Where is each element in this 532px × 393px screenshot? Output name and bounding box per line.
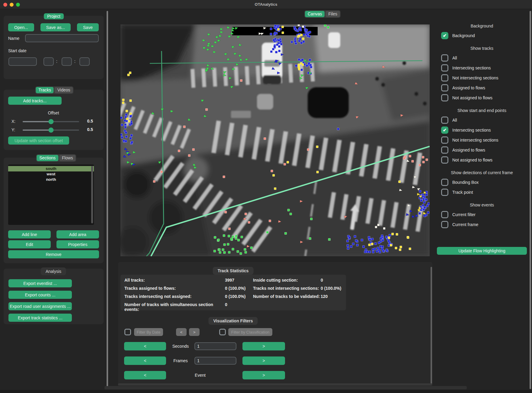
panel-section-title: Show events xyxy=(437,203,527,208)
horizontal-scrollbar-track[interactable] xyxy=(104,386,467,389)
hour-input[interactable] xyxy=(43,57,54,66)
center-scrollbar[interactable] xyxy=(431,267,432,385)
video-canvas[interactable] xyxy=(120,24,430,256)
date-input[interactable] xyxy=(8,57,37,66)
track-point-marker xyxy=(369,238,371,241)
remove-button[interactable]: Remove xyxy=(8,250,99,258)
stat-value: 0 xyxy=(225,302,253,310)
event-prev-button[interactable]: < xyxy=(124,371,166,379)
section-list-item[interactable]: south xyxy=(8,166,94,171)
minute-input[interactable] xyxy=(62,57,72,66)
checkbox-unchecked[interactable] xyxy=(441,64,448,72)
tab-files[interactable]: Files xyxy=(325,11,340,17)
date-prev-button[interactable]: < xyxy=(176,328,187,336)
sections-list-scrollbar[interactable] xyxy=(91,166,93,223)
checkbox-checked[interactable]: ✔ xyxy=(441,126,448,134)
checkbox-checked[interactable]: ✔ xyxy=(441,32,448,39)
properties-button[interactable]: Properties xyxy=(56,240,99,248)
offset-y-value: 0.5 xyxy=(83,127,93,132)
slider-knob[interactable] xyxy=(48,119,53,124)
edit-button[interactable]: Edit xyxy=(8,240,51,248)
name-input[interactable] xyxy=(25,34,99,42)
offset-x-slider[interactable] xyxy=(23,121,79,122)
add-tracks-button[interactable]: Add tracks... xyxy=(8,97,62,105)
tab-tracks[interactable]: Tracks xyxy=(36,87,53,93)
update-section-offset-button[interactable]: Update with section offset xyxy=(8,136,69,145)
track-point-marker xyxy=(301,59,303,61)
seconds-input[interactable] xyxy=(194,342,236,350)
open-button[interactable]: Open... xyxy=(8,23,34,31)
window-bottom-edge xyxy=(0,390,532,393)
frames-prev-button[interactable]: < xyxy=(124,356,166,365)
section-list-item[interactable]: west xyxy=(8,171,94,177)
offset-y-slider[interactable] xyxy=(23,129,79,131)
checkbox-unchecked[interactable] xyxy=(441,74,448,81)
panel-section-title: Background xyxy=(437,24,527,29)
checkbox-unchecked[interactable] xyxy=(441,54,448,62)
track-point-marker xyxy=(225,211,227,213)
add-area-button[interactable]: Add area xyxy=(56,230,99,238)
track-point-marker xyxy=(223,244,226,246)
track-point-marker xyxy=(295,42,297,44)
track-point-marker xyxy=(125,132,127,134)
track-point-marker xyxy=(377,247,379,249)
close-button[interactable] xyxy=(3,3,7,7)
checkbox-unchecked[interactable] xyxy=(441,117,448,124)
tab-flows[interactable]: Flows xyxy=(59,155,76,161)
export-button[interactable]: Export road user assignments ... xyxy=(8,302,72,310)
export-button[interactable]: Export track statistics ... xyxy=(8,314,72,322)
update-flow-highlighting-button[interactable]: Update Flow Highlighting xyxy=(437,247,527,255)
checkbox-unchecked[interactable] xyxy=(441,146,448,154)
section-list-item[interactable]: north xyxy=(8,177,94,182)
checkbox-unchecked[interactable] xyxy=(441,221,448,228)
export-button[interactable]: Export eventlist ... xyxy=(8,279,72,287)
filter-by-classification-checkbox[interactable] xyxy=(219,329,226,335)
seconds-prev-button[interactable]: < xyxy=(124,342,166,350)
sections-list[interactable]: southwestnorth xyxy=(8,165,94,225)
tab-sections[interactable]: Sections xyxy=(37,155,58,161)
checkbox-unchecked[interactable] xyxy=(441,211,448,218)
frames-next-button[interactable]: > xyxy=(242,356,285,365)
track-point-marker xyxy=(371,238,373,240)
checkbox-unchecked[interactable] xyxy=(441,84,448,91)
export-button[interactable]: Export counts ... xyxy=(8,291,72,299)
minimize-button[interactable] xyxy=(10,3,14,7)
slider-knob[interactable] xyxy=(48,128,53,133)
offset-x-label: X: xyxy=(11,119,15,124)
save-as-button[interactable]: Save as... xyxy=(40,23,71,31)
horizontal-scrollbar-thumb[interactable] xyxy=(118,383,432,385)
track-point-marker xyxy=(271,170,273,172)
checkbox-row: Not intersecting sections xyxy=(441,136,527,144)
traffic-lights xyxy=(3,3,20,7)
track-point-marker xyxy=(316,171,319,173)
frames-input[interactable] xyxy=(194,357,236,365)
left-scrollbar[interactable] xyxy=(107,11,108,389)
event-next-button[interactable]: > xyxy=(242,371,285,379)
checkbox-unchecked[interactable] xyxy=(441,179,448,186)
add-line-button[interactable]: Add line xyxy=(8,230,51,238)
right-scrollbar[interactable] xyxy=(530,11,531,389)
track-point-marker xyxy=(213,250,216,252)
date-next-button[interactable]: > xyxy=(189,328,200,336)
checkbox-label: Assigned to flows xyxy=(452,85,485,90)
filter-by-date-button[interactable]: Filter By Date xyxy=(134,328,163,336)
save-button[interactable]: Save xyxy=(77,23,99,31)
second-input[interactable] xyxy=(79,57,90,66)
stat-label: Number of tracks with simultaneous secti… xyxy=(124,302,225,310)
checkbox-unchecked[interactable] xyxy=(441,189,448,196)
tab-canvas[interactable]: Canvas xyxy=(305,11,325,17)
filter-by-classification-button[interactable]: Filter by Classification xyxy=(228,328,272,336)
zoom-button[interactable] xyxy=(16,3,20,7)
filter-by-date-checkbox[interactable] xyxy=(124,329,131,335)
checkbox-unchecked[interactable] xyxy=(441,94,448,101)
track-point-marker xyxy=(423,198,425,200)
checkbox-row: ✔Background xyxy=(441,32,527,39)
checkbox-unchecked[interactable] xyxy=(441,136,448,144)
track-point-marker xyxy=(307,149,309,151)
checkbox-unchecked[interactable] xyxy=(441,156,448,164)
track-statistics-title: Track Statistics xyxy=(213,267,254,275)
seconds-next-button[interactable]: > xyxy=(242,342,285,350)
stats-grid: All tracks:3997Inside cutting section:0T… xyxy=(124,278,346,310)
tab-videos[interactable]: Videos xyxy=(55,87,73,93)
window-title: OTAnalytics xyxy=(255,2,277,7)
